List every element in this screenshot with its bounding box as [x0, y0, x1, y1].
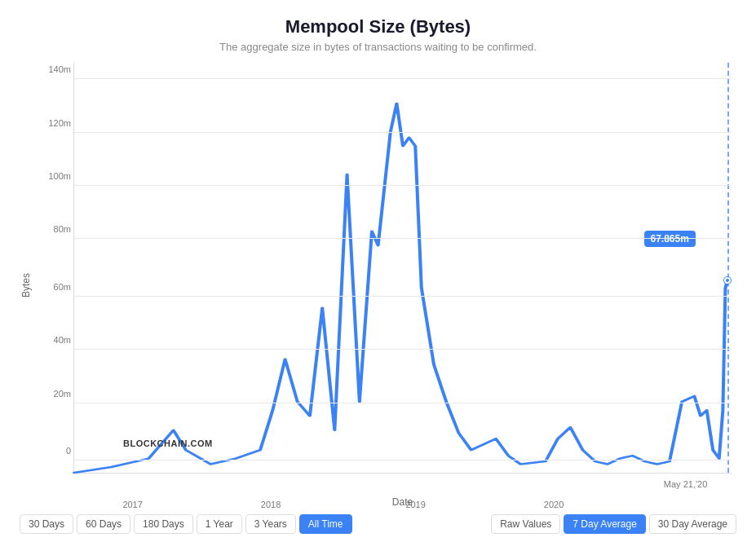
y-axis-tick-label: 120m [35, 118, 71, 128]
x-axis-area: 2017201820192020 [73, 474, 732, 493]
chart-inner: BLOCKCHAIN.COM 67.865m May 21,'20 140m12… [33, 63, 740, 508]
time-buttons: 30 Days60 Days180 Days1 Year3 YearsAll T… [20, 514, 352, 534]
grid-line [74, 132, 732, 133]
blockchain-watermark: BLOCKCHAIN.COM [123, 438, 213, 448]
y-axis-tick-label: 0 [35, 446, 71, 456]
x-axis-tick-label: 2020 [544, 500, 564, 509]
chart-container: Mempool Size (Bytes) The aggregate size … [0, 0, 756, 542]
x-axis-tick-label: 2018 [261, 500, 281, 509]
grid-line [74, 403, 732, 403]
y-axis-label: Bytes [16, 63, 33, 508]
chart-title: Mempool Size (Bytes) [16, 16, 740, 37]
grid-line [74, 238, 732, 239]
grid-line [74, 296, 732, 297]
chart-area: Bytes BLOCKCHAIN.COM [16, 63, 740, 508]
grid-line [74, 349, 732, 350]
time-button-1-year[interactable]: 1 Year [197, 514, 242, 534]
avg-button-30-day-average[interactable]: 30 Day Average [649, 514, 736, 534]
grid-line [74, 78, 732, 79]
avg-button-raw-values[interactable]: Raw Values [491, 514, 560, 534]
chart-subtitle: The aggregate size in bytes of transacti… [16, 41, 740, 53]
grid-line [74, 185, 732, 186]
grid-line [74, 460, 732, 460]
dashed-line [727, 63, 729, 473]
x-axis-tick-label: 2017 [122, 500, 142, 509]
y-axis-tick-label: 40m [35, 335, 71, 345]
tooltip-dot [724, 277, 731, 284]
time-button-60-days[interactable]: 60 Days [77, 514, 130, 534]
time-button-30-days[interactable]: 30 Days [20, 514, 73, 534]
x-axis-tick-label: 2019 [405, 500, 425, 509]
bottom-controls: 30 Days60 Days180 Days1 Year3 YearsAll T… [16, 514, 740, 534]
y-axis-tick-label: 100m [35, 171, 71, 181]
y-axis-tick-label: 140m [35, 64, 71, 74]
y-axis-tick-label: 80m [35, 224, 71, 234]
svg-rect-0 [74, 63, 732, 473]
chart-plot-area: BLOCKCHAIN.COM 67.865m May 21,'20 140m12… [73, 63, 732, 474]
chart-svg [74, 63, 732, 473]
y-axis-tick-label: 20m [35, 389, 71, 399]
time-button-180-days[interactable]: 180 Days [134, 514, 193, 534]
time-button-3-years[interactable]: 3 Years [245, 514, 296, 534]
x-axis-title: Date [73, 496, 732, 508]
y-axis-tick-label: 60m [35, 282, 71, 292]
avg-buttons: Raw Values7 Day Average30 Day Average [491, 514, 736, 534]
avg-button-7-day-average[interactable]: 7 Day Average [564, 514, 646, 534]
time-button-all-time[interactable]: All Time [299, 514, 352, 534]
